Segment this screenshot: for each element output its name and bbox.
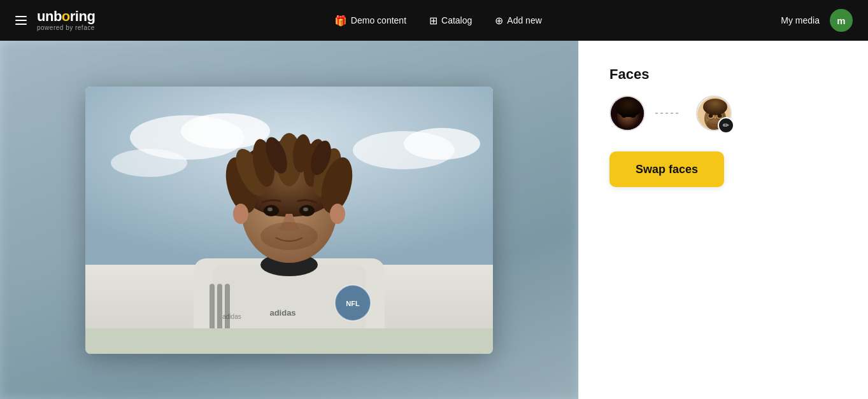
svg-point-48 bbox=[718, 114, 722, 118]
nav-add-new[interactable]: ⊕ Add new bbox=[486, 10, 550, 32]
svg-text:NFL: NFL bbox=[346, 300, 360, 307]
svg-point-47 bbox=[709, 114, 713, 118]
svg-text:adidas: adidas bbox=[269, 308, 295, 318]
svg-rect-31 bbox=[217, 284, 222, 335]
svg-text:adidas: adidas bbox=[222, 313, 241, 320]
logo: unboring powered by reface bbox=[37, 10, 95, 31]
logo-sub: powered by reface bbox=[37, 25, 95, 31]
svg-point-42 bbox=[630, 114, 636, 118]
app-header: unboring powered by reface 🎁 Demo conten… bbox=[0, 0, 868, 41]
add-icon: ⊕ bbox=[495, 15, 503, 27]
player-image: NFL adidas adidas bbox=[85, 87, 493, 354]
svg-point-29 bbox=[330, 204, 345, 224]
faces-title: Faces bbox=[609, 66, 837, 83]
player-svg: NFL adidas adidas bbox=[85, 87, 493, 354]
arrow-dash bbox=[655, 113, 681, 114]
svg-point-4 bbox=[404, 128, 480, 160]
faces-row: ✏ bbox=[609, 95, 837, 131]
svg-point-40 bbox=[616, 99, 641, 117]
source-face-svg bbox=[611, 97, 645, 131]
my-media-link[interactable]: My media bbox=[781, 15, 820, 25]
target-face-wrapper: ✏ bbox=[696, 95, 732, 131]
svg-point-25 bbox=[267, 207, 273, 211]
demo-icon: 🎁 bbox=[334, 15, 347, 27]
svg-rect-32 bbox=[225, 284, 230, 335]
nav-demo-content[interactable]: 🎁 Demo content bbox=[325, 10, 415, 32]
svg-rect-37 bbox=[85, 328, 493, 354]
nav-catalog-label: Catalog bbox=[441, 15, 472, 25]
svg-point-27 bbox=[260, 222, 318, 250]
swap-faces-button[interactable]: Swap faces bbox=[609, 151, 724, 187]
nav-catalog[interactable]: ⊞ Catalog bbox=[420, 10, 481, 32]
image-area: NFL adidas adidas bbox=[0, 41, 578, 399]
header-left: unboring powered by reface bbox=[15, 10, 95, 31]
faces-section: Faces bbox=[609, 66, 837, 131]
main-image-frame: NFL adidas adidas bbox=[85, 87, 493, 354]
logo-text: unboring bbox=[37, 10, 95, 24]
svg-point-41 bbox=[622, 114, 627, 118]
catalog-icon: ⊞ bbox=[429, 15, 438, 27]
right-panel: Faces bbox=[578, 41, 868, 399]
edit-icon: ✏ bbox=[723, 121, 729, 130]
header-right: My media m bbox=[781, 9, 853, 32]
main-nav: 🎁 Demo content ⊞ Catalog ⊕ Add new bbox=[115, 10, 760, 32]
svg-rect-30 bbox=[210, 284, 215, 335]
logo-highlight: o bbox=[62, 8, 70, 24]
svg-point-45 bbox=[703, 99, 727, 115]
source-face-image bbox=[611, 97, 644, 130]
edit-face-button[interactable]: ✏ bbox=[718, 117, 734, 134]
nav-demo-label: Demo content bbox=[351, 15, 406, 25]
user-avatar[interactable]: m bbox=[830, 9, 853, 32]
arrow-connector bbox=[655, 113, 686, 114]
svg-point-5 bbox=[111, 149, 187, 177]
nav-add-label: Add new bbox=[507, 15, 541, 25]
main-content: NFL adidas adidas Faces bbox=[0, 41, 868, 399]
menu-button[interactable] bbox=[15, 16, 27, 25]
svg-point-28 bbox=[233, 204, 248, 224]
source-face-avatar[interactable] bbox=[609, 95, 645, 131]
svg-point-26 bbox=[303, 207, 308, 211]
